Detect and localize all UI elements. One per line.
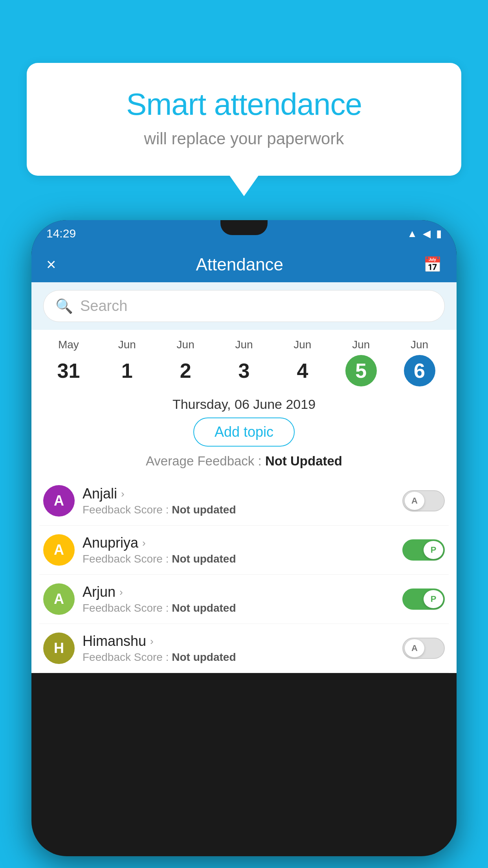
toggle-anupriya[interactable]: P — [402, 539, 445, 561]
month-label: Jun — [352, 338, 370, 351]
month-label: Jun — [177, 338, 194, 351]
day-number: 3 — [228, 355, 260, 386]
day-number: 31 — [53, 355, 84, 386]
student-name-anupriya: Anupriya › — [83, 535, 394, 551]
search-bar[interactable]: 🔍 Search — [43, 290, 445, 322]
avg-feedback: Average Feedback : Not Updated — [31, 454, 457, 469]
wifi-icon: ▲ — [407, 228, 417, 240]
day-number-selected: 6 — [404, 355, 435, 386]
phone-notch — [220, 220, 268, 235]
date-item-jun2[interactable]: Jun 2 — [156, 338, 215, 386]
search-placeholder: Search — [80, 298, 127, 314]
student-info-himanshu: Himanshu › Feedback Score : Not updated — [83, 633, 394, 664]
toggle-anjali[interactable]: A — [402, 490, 445, 511]
chevron-icon: › — [150, 635, 154, 647]
date-item-jun4[interactable]: Jun 4 — [273, 338, 332, 386]
month-label: Jun — [294, 338, 311, 351]
date-item-may31[interactable]: May 31 — [39, 338, 98, 386]
toggle-knob: P — [424, 541, 443, 559]
status-icons: ▲ ◀ ▮ — [407, 228, 442, 240]
student-info-anjali: Anjali › Feedback Score : Not updated — [83, 485, 394, 516]
day-number: 2 — [170, 355, 201, 386]
bubble-title: Smart attendance — [50, 86, 438, 122]
avg-feedback-label: Average Feedback : — [146, 454, 265, 468]
selected-date-label: Thursday, 06 June 2019 — [31, 390, 457, 417]
day-number: 1 — [111, 355, 143, 386]
student-item-anjali[interactable]: A Anjali › Feedback Score : Not updated … — [39, 476, 449, 526]
toggle-arjun[interactable]: P — [402, 588, 445, 610]
avatar-anjali: A — [43, 485, 75, 517]
toggle-knob: A — [405, 492, 424, 510]
avatar-anupriya: A — [43, 534, 75, 566]
student-item-anupriya[interactable]: A Anupriya › Feedback Score : Not update… — [39, 526, 449, 575]
month-label: May — [58, 338, 79, 351]
student-name-arjun: Arjun › — [83, 584, 394, 600]
student-name-himanshu: Himanshu › — [83, 633, 394, 649]
avatar-arjun: A — [43, 583, 75, 615]
chevron-icon: › — [121, 488, 125, 500]
avg-feedback-value: Not Updated — [265, 454, 342, 468]
avatar-himanshu: H — [43, 633, 75, 664]
add-topic-button[interactable]: Add topic — [193, 417, 295, 447]
date-scroller: May 31 Jun 1 Jun 2 Jun 3 Jun 4 Jun 5 — [31, 330, 457, 390]
date-item-jun1[interactable]: Jun 1 — [98, 338, 156, 386]
student-item-himanshu[interactable]: H Himanshu › Feedback Score : Not update… — [39, 624, 449, 673]
chevron-icon: › — [119, 586, 123, 598]
month-label: Jun — [235, 338, 253, 351]
day-number: 4 — [287, 355, 318, 386]
month-label: Jun — [118, 338, 136, 351]
date-item-jun5[interactable]: Jun 5 — [332, 338, 390, 386]
student-name-anjali: Anjali › — [83, 485, 394, 502]
student-feedback-anupriya: Feedback Score : Not updated — [83, 553, 394, 565]
bubble-subtitle: will replace your paperwork — [50, 129, 438, 148]
day-number-today: 5 — [345, 355, 377, 386]
student-feedback-anjali: Feedback Score : Not updated — [83, 504, 394, 516]
toggle-knob: A — [405, 639, 424, 657]
battery-icon: ▮ — [436, 228, 442, 240]
chevron-icon: › — [142, 537, 146, 549]
signal-icon: ◀ — [423, 228, 431, 240]
status-time: 14:29 — [46, 227, 76, 240]
student-feedback-himanshu: Feedback Score : Not updated — [83, 651, 394, 664]
speech-bubble: Smart attendance will replace your paper… — [27, 63, 461, 176]
phone-frame: 14:29 ▲ ◀ ▮ × Attendance 📅 🔍 Search May … — [31, 220, 457, 856]
toggle-knob: P — [424, 590, 443, 608]
close-button[interactable]: × — [46, 255, 56, 274]
search-icon: 🔍 — [55, 298, 73, 314]
app-header: × Attendance 📅 — [31, 247, 457, 282]
header-title: Attendance — [196, 255, 283, 274]
toggle-himanshu[interactable]: A — [402, 638, 445, 659]
calendar-icon[interactable]: 📅 — [423, 256, 442, 273]
student-item-arjun[interactable]: A Arjun › Feedback Score : Not updated P — [39, 575, 449, 624]
student-list: A Anjali › Feedback Score : Not updated … — [31, 476, 457, 673]
search-bar-wrap: 🔍 Search — [31, 282, 457, 330]
student-feedback-arjun: Feedback Score : Not updated — [83, 602, 394, 614]
month-label: Jun — [411, 338, 428, 351]
date-item-jun3[interactable]: Jun 3 — [215, 338, 273, 386]
status-bar: 14:29 ▲ ◀ ▮ — [31, 220, 457, 247]
student-info-arjun: Arjun › Feedback Score : Not updated — [83, 584, 394, 614]
phone-screen: 🔍 Search May 31 Jun 1 Jun 2 Jun 3 — [31, 282, 457, 673]
date-item-jun6[interactable]: Jun 6 — [390, 338, 449, 386]
student-info-anupriya: Anupriya › Feedback Score : Not updated — [83, 535, 394, 565]
